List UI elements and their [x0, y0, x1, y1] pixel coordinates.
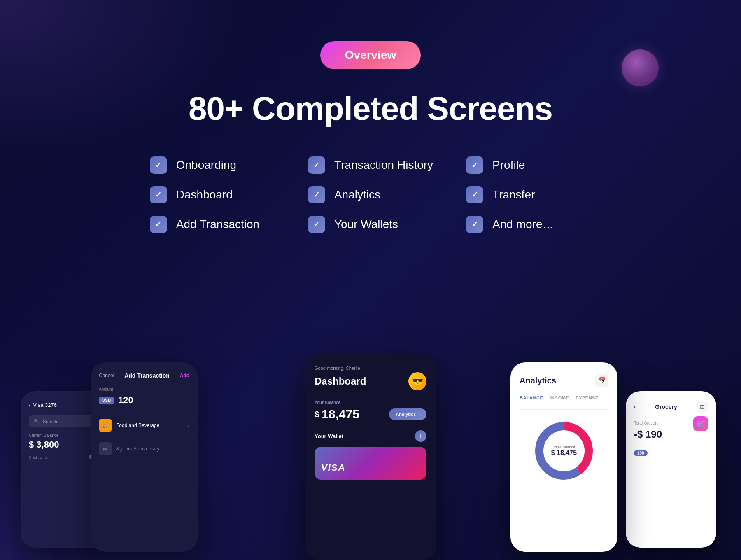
- main-title: 80+ Completed Screens: [189, 90, 552, 128]
- screen-grocery: ‹ Grocery ⊡ Total Grocery -$ 190 🛒 190: [626, 391, 716, 548]
- feature-column-1: Onboarding Dashboard Add Transaction: [150, 156, 275, 233]
- donut-value: $ 18,475: [551, 449, 577, 457]
- tab-balance[interactable]: BALANCE: [520, 395, 543, 404]
- user-avatar[interactable]: 😎: [408, 372, 426, 390]
- feature-label-profile: Profile: [492, 159, 525, 172]
- add-transaction-title: Add Transaction: [124, 372, 170, 379]
- feature-item-transaction-history: Transaction History: [308, 156, 433, 174]
- amount-row: USD 120: [99, 395, 189, 406]
- donut-center: Total Balance $ 18,475: [551, 445, 577, 457]
- amount-value: 120: [118, 395, 133, 406]
- back-chevron-icon: ‹: [634, 404, 636, 410]
- dashboard-balance-row: $ 18,475 Analytics ›: [315, 407, 426, 421]
- dollar-sign: $: [315, 410, 319, 419]
- add-transaction-header: Cancel Add Transaction Add: [99, 372, 189, 379]
- feature-label-wallets: Your Wallets: [334, 218, 398, 231]
- wallet-label: Your Wallet: [315, 433, 343, 439]
- search-icon: 🔍: [34, 419, 40, 424]
- food-beverage-icon: 🍔: [99, 419, 112, 432]
- visa-card-preview[interactable]: VISA: [315, 447, 426, 480]
- check-icon-transaction-history: [308, 156, 325, 174]
- visa-search-placeholder: Search: [43, 419, 57, 424]
- amount-section: Amount USD 120: [99, 387, 189, 406]
- total-grocery-amount: -$ 190: [634, 429, 662, 440]
- screen-dashboard: Good morning, Charlie Dashboard 😎 Your B…: [305, 354, 436, 560]
- visa-card-text: VISA: [321, 462, 345, 473]
- screen-add-transaction: Cancel Add Transaction Add Amount USD 12…: [91, 362, 198, 552]
- dashboard-title: Dashboard: [315, 376, 366, 387]
- feature-label-analytics: Analytics: [334, 188, 380, 201]
- feature-item-add-transaction: Add Transaction: [150, 216, 275, 233]
- donut-chart: Total Balance $ 18,475: [531, 418, 597, 484]
- features-grid: Onboarding Dashboard Add Transaction Tra…: [117, 156, 624, 233]
- currency-badge: USD: [99, 397, 114, 404]
- visa-title: Visa 3276: [33, 402, 57, 408]
- grocery-number-badge: 190: [634, 450, 648, 456]
- feature-item-profile: Profile: [466, 156, 591, 174]
- analytics-title: Analytics: [520, 376, 556, 385]
- feature-label-transaction-history: Transaction History: [334, 159, 433, 172]
- grocery-title: Grocery: [655, 404, 677, 410]
- check-icon-more: [466, 216, 483, 233]
- visa-back-button[interactable]: ‹ Visa 3276: [29, 402, 57, 408]
- screens-section: ‹ Visa 3276 ⊙ 🔍 Search Current Balance $…: [0, 346, 741, 560]
- add-button[interactable]: Add: [180, 373, 189, 378]
- feature-item-onboarding: Onboarding: [150, 156, 275, 174]
- dashboard-header-row: Dashboard 😎: [315, 372, 426, 390]
- category-name: Food and Beverage: [116, 422, 159, 428]
- grocery-amount-row: -$ 190 🛒: [634, 429, 708, 447]
- analytics-arrow-icon: ›: [418, 412, 420, 417]
- cancel-button[interactable]: Cancel: [99, 373, 114, 378]
- category-left: 🍔 Food and Beverage: [99, 419, 159, 432]
- feature-column-2: Transaction History Analytics Your Walle…: [308, 156, 433, 233]
- feature-item-dashboard: Dashboard: [150, 186, 275, 203]
- feature-item-more: And more…: [466, 216, 591, 233]
- dashboard-greeting: Good morning, Charlie: [315, 366, 426, 371]
- feature-item-transfer: Transfer: [466, 186, 591, 203]
- check-icon-profile: [466, 156, 483, 174]
- analytics-button[interactable]: Analytics ›: [389, 408, 426, 420]
- feature-column-3: Profile Transfer And more…: [466, 156, 591, 233]
- note-row[interactable]: ✏ 8 years Anniversary...: [99, 442, 189, 455]
- add-wallet-button[interactable]: +: [415, 430, 426, 442]
- overview-badge[interactable]: Overview: [320, 41, 421, 69]
- wallet-section: Your Wallet +: [315, 430, 426, 442]
- category-row[interactable]: 🍔 Food and Beverage ›: [99, 414, 189, 437]
- feature-label-onboarding: Onboarding: [176, 159, 236, 172]
- grocery-header: ‹ Grocery ⊡: [634, 401, 708, 413]
- check-icon-dashboard: [150, 186, 167, 203]
- feature-label-dashboard: Dashboard: [176, 188, 233, 201]
- analytics-btn-label: Analytics: [396, 412, 416, 417]
- chevron-right-icon: ›: [188, 422, 189, 428]
- analytics-header: Analytics 📅: [520, 374, 608, 387]
- balance-number: 18,475: [322, 407, 359, 421]
- feature-item-wallets: Your Wallets: [308, 216, 433, 233]
- feature-label-more: And more…: [492, 218, 554, 231]
- note-icon: ✏: [99, 442, 112, 455]
- tab-expense[interactable]: EXPENSE: [576, 395, 598, 404]
- check-icon-wallets: [308, 216, 325, 233]
- analytics-tabs: BALANCE INCOME EXPENSE: [520, 395, 608, 410]
- check-icon-add-transaction: [150, 216, 167, 233]
- tab-income[interactable]: INCOME: [550, 395, 569, 404]
- donut-label: Total Balance: [551, 445, 577, 449]
- grocery-settings-icon[interactable]: ⊡: [697, 401, 708, 413]
- header-section: Overview 80+ Completed Screens Onboardin…: [0, 0, 741, 233]
- amount-label: Amount: [99, 387, 189, 392]
- check-icon-analytics: [308, 186, 325, 203]
- screen-analytics: Analytics 📅 BALANCE INCOME EXPENSE Total…: [510, 362, 618, 552]
- feature-label-add-transaction: Add Transaction: [176, 218, 259, 231]
- feature-label-transfer: Transfer: [492, 188, 535, 201]
- note-text: 8 years Anniversary...: [116, 446, 163, 452]
- feature-item-analytics: Analytics: [308, 186, 433, 203]
- grocery-cart-icon: 🛒: [693, 416, 708, 431]
- grocery-back-button[interactable]: ‹: [634, 404, 636, 410]
- check-icon-onboarding: [150, 156, 167, 174]
- visa-credit-label: Credit Limit: [29, 455, 48, 460]
- dashboard-balance-tag: Your Balance: [315, 400, 426, 405]
- check-icon-transfer: [466, 186, 483, 203]
- calendar-icon[interactable]: 📅: [595, 374, 608, 387]
- dashboard-balance-amount: $ 18,475: [315, 407, 359, 421]
